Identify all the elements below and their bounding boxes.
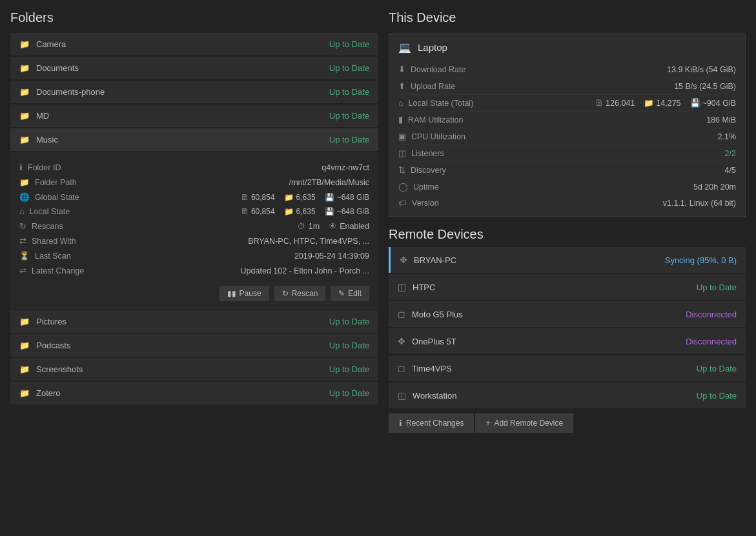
remote-device-bryan-pc[interactable]: ✥ BRYAN-PC Syncing (95%, 0 B) [389, 247, 746, 273]
change-icon: ⇌ [19, 266, 26, 275]
ram-value: 186 MiB [706, 115, 736, 124]
last-scan-label: Last Scan [35, 252, 71, 261]
local-folders: 6,635 [296, 207, 316, 216]
latest-change-value: Updated 102 - Elton John - Porch ... [241, 266, 369, 275]
detail-row-folder-id: ℹ Folder ID q4vmz-nw7ct [19, 160, 369, 175]
remote-status-htpc: Up to Date [697, 283, 737, 292]
remote-device-moto[interactable]: ◻ Moto G5 Plus Disconnected [389, 301, 746, 327]
local-state-stats: 🖹60,854 📁6,635 💾~648 GiB [241, 207, 369, 216]
folder-item-music[interactable]: 📁 Music Up to Date [10, 128, 378, 151]
local-size: ~648 GiB [337, 207, 369, 216]
folder-item-screenshots[interactable]: 📁 Screenshots Up to Date [10, 358, 378, 381]
folder-status-camera: Up to Date [329, 39, 369, 49]
folder-item-documents[interactable]: 📁 Documents Up to Date [10, 57, 378, 79]
folder-name-podcasts: Podcasts [36, 341, 70, 350]
detail-row-rescans: ↻ Rescans ⏱ 1m 👁 Enabled [19, 219, 369, 233]
folder-name-screenshots: Screenshots [36, 364, 83, 374]
path-icon: 📁 [19, 177, 30, 187]
cpu-value: 2.1% [718, 132, 737, 141]
remote-status-workstation: Up to Date [697, 391, 737, 401]
folder-item-podcasts[interactable]: 📁 Podcasts Up to Date [10, 334, 378, 357]
remote-name-oneplus: OnePlus 5T [412, 337, 456, 346]
local-state-icon: ⌂ [398, 99, 404, 108]
listeners-value: 2/2 [725, 149, 736, 158]
ls-files: 126,041 [606, 99, 635, 108]
uptime-label: Uptime [413, 183, 439, 192]
folder-icon-md: 📁 [19, 111, 30, 121]
recent-changes-button[interactable]: ℹ Recent Changes [389, 413, 474, 433]
folder-item-camera[interactable]: 📁 Camera Up to Date [10, 33, 378, 55]
detail-row-last-scan: ⏳ Last Scan 2019-05-24 14:39:09 [19, 248, 369, 263]
add-remote-device-button[interactable]: + Add Remote Device [475, 413, 573, 433]
globe-icon: 🌐 [19, 192, 30, 202]
stat-ram: ▮ RAM Utilization 186 MiB [398, 112, 736, 128]
this-device-box: 💻 Laptop ⬇ Download Rate 13.9 KiB/s (54 … [389, 33, 746, 217]
rescans-interval: 1m [309, 222, 320, 231]
local-file-icon: 🖹 [241, 207, 249, 216]
pause-button[interactable]: ▮▮ Pause [220, 286, 269, 301]
folder-item-documents-phone[interactable]: 📁 Documents-phone Up to Date [10, 81, 378, 103]
remote-status-time4vps: Up to Date [697, 364, 737, 373]
folder-status-md: Up to Date [329, 111, 369, 121]
ram-icon: ▮ [398, 115, 403, 124]
remote-icon-workstation: ◫ [398, 390, 406, 401]
shared-with-value: BRYAN-PC, HTPC, Time4VPS, ... [248, 237, 369, 246]
remote-icon-time4vps: ◻ [398, 363, 405, 373]
folder-icon-pictures: 📁 [19, 317, 30, 326]
folder-item-zotero[interactable]: 📁 Zotero Up to Date [10, 382, 378, 404]
folder-icon-podcasts: 📁 [19, 341, 30, 350]
stat-listeners: ◫ Listeners 2/2 [398, 145, 736, 162]
edit-button[interactable]: ✎ Edit [331, 286, 369, 301]
detail-row-local-state: ⌂ Local State 🖹60,854 📁6,635 💾~648 GiB [19, 204, 369, 219]
local-state-values: 🖹 126,041 📁 14,275 💾 ~904 GiB [595, 98, 736, 108]
local-folder-icon: 📁 [284, 207, 294, 216]
remote-name-bryan-pc: BRYAN-PC [414, 255, 456, 265]
folder-icon-zotero: 📁 [19, 388, 30, 398]
right-panel: This Device 💻 Laptop ⬇ Download Rate 13.… [389, 10, 746, 433]
folder-detail-music: ℹ Folder ID q4vmz-nw7ct 📁 Folder Path /m… [10, 152, 378, 309]
remote-device-time4vps[interactable]: ◻ Time4VPS Up to Date [389, 355, 746, 381]
global-size: ~648 GiB [337, 193, 369, 202]
version-label: Version [412, 199, 439, 208]
eye-icon: 👁 [329, 222, 337, 231]
rescans-status: Enabled [340, 222, 369, 231]
clock-icon: ⏱ [298, 222, 306, 231]
remote-name-moto: Moto G5 Plus [412, 310, 463, 319]
remote-device-oneplus[interactable]: ✥ OnePlus 5T Disconnected [389, 328, 746, 354]
remote-device-htpc[interactable]: ◫ HTPC Up to Date [389, 274, 746, 300]
stat-version: 🏷 Version v1.1.1, Linux (64 bit) [398, 195, 736, 211]
rescan-button[interactable]: ↻ Rescan [274, 286, 326, 301]
listeners-label: Listeners [411, 149, 444, 158]
device-name: Laptop [418, 42, 447, 53]
stat-local-state: ⌂ Local State (Total) 🖹 126,041 📁 14,275 [398, 95, 736, 112]
folder-status-documents: Up to Date [329, 63, 369, 73]
folder-id-label: Folder ID [28, 163, 61, 172]
detail-row-folder-path: 📁 Folder Path /mnt/2TB/Media/Music [19, 175, 369, 190]
remote-icon-bryan-pc: ✥ [400, 255, 407, 265]
stat-cpu: ▣ CPU Utilization 2.1% [398, 128, 736, 145]
detail-row-latest-change: ⇌ Latest Change Updated 102 - Elton John… [19, 263, 369, 278]
folder-path-label: Folder Path [35, 178, 77, 187]
ls-folder-icon: 📁 [644, 98, 654, 108]
home-icon: ⌂ [19, 207, 25, 216]
rescans-label: Rescans [32, 222, 63, 231]
remote-device-workstation[interactable]: ◫ Workstation Up to Date [389, 382, 746, 408]
rescans-value: ⏱ 1m 👁 Enabled [298, 222, 369, 231]
folder-name-camera: Camera [36, 39, 66, 49]
ls-size: ~904 GiB [702, 99, 736, 108]
folder-status-podcasts: Up to Date [329, 341, 369, 350]
ram-label: RAM Utilization [408, 115, 463, 124]
shared-with-label: Shared With [32, 237, 76, 246]
stat-uptime: ◯ Uptime 5d 20h 20m [398, 179, 736, 195]
cpu-label: CPU Utilization [411, 132, 465, 141]
download-icon: ⬇ [398, 65, 405, 74]
left-panel: Folders 📁 Camera Up to Date 📁 Documents … [10, 10, 378, 433]
folder-icon-documents: 📁 [19, 63, 30, 73]
global-state-label: Global State [35, 193, 79, 202]
folder-item-md[interactable]: 📁 MD Up to Date [10, 104, 378, 127]
recent-changes-icon: ℹ [399, 419, 402, 428]
local-state-total-label: Local State (Total) [409, 99, 474, 108]
folder-item-pictures[interactable]: 📁 Pictures Up to Date [10, 310, 378, 333]
folder-name-zotero: Zotero [36, 388, 61, 398]
remote-devices-title: Remote Devices [389, 227, 746, 242]
